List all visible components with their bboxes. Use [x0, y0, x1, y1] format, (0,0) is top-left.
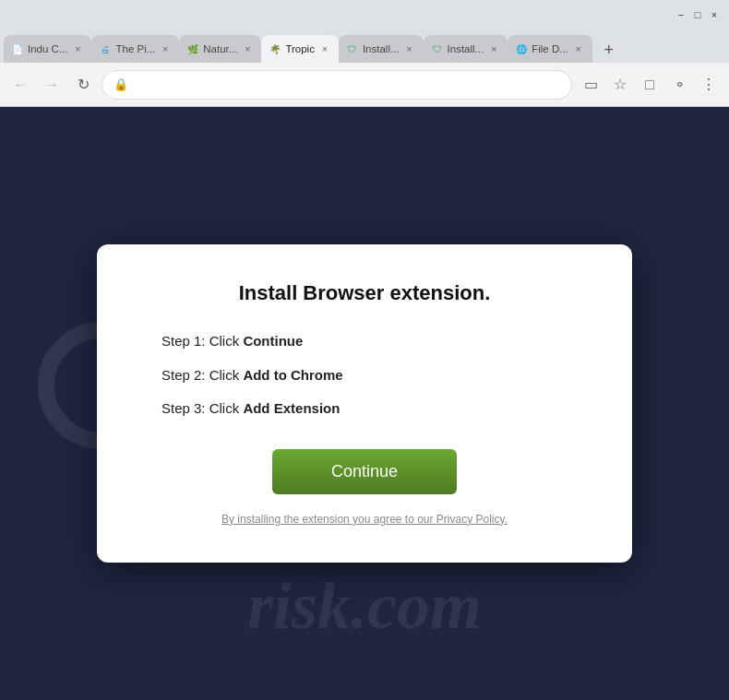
menu-button[interactable]: ⋮	[696, 72, 722, 98]
page-content: risk.com Install Browser extension. Step…	[0, 107, 729, 700]
tab-favicon: 🌴	[269, 42, 281, 55]
bookmark-button[interactable]: ☆	[607, 72, 633, 98]
profile-button[interactable]: ⚬	[666, 72, 692, 98]
cast-button[interactable]: ▭	[578, 72, 604, 98]
step-item-1: Step 1: Click Continue	[161, 331, 586, 352]
modal-title: Install Browser extension.	[143, 281, 586, 305]
tab-tab7[interactable]: 🌐 File D... ×	[508, 35, 592, 63]
tab-favicon: 🌿	[186, 42, 199, 55]
tab-favicon: 📄	[11, 42, 24, 55]
tab-favicon: 🛡	[346, 42, 359, 55]
tab-tab2[interactable]: 🖨 The Pi... ×	[91, 35, 179, 63]
modal-card: Install Browser extension. Step 1: Click…	[97, 244, 632, 563]
chrome-frame: − □ × 📄 Indu C... × 🖨 The Pi... × 🌿 Natu…	[0, 0, 729, 700]
tab-label: Tropic	[285, 43, 315, 54]
back-button[interactable]: ←	[7, 72, 33, 98]
tab-close-icon[interactable]: ×	[572, 42, 585, 55]
window-controls: − □ ×	[674, 7, 722, 22]
steps-list: Step 1: Click ContinueStep 2: Click Add …	[143, 331, 586, 420]
reload-button[interactable]: ↻	[70, 72, 96, 98]
continue-button[interactable]: Continue	[272, 449, 457, 494]
step-item-2: Step 2: Click Add to Chrome	[161, 365, 586, 386]
tab-favicon: 🛡	[431, 42, 444, 55]
tab-close-icon[interactable]: ×	[318, 42, 331, 55]
lock-icon: 🔒	[114, 77, 128, 91]
tab-tab6[interactable]: 🛡 Install... ×	[424, 35, 508, 63]
watermark: risk.com	[247, 568, 482, 645]
tab-label: Natur...	[203, 43, 237, 54]
address-bar: ← → ↻ 🔒 ▭ ☆ □ ⚬ ⋮	[0, 63, 729, 107]
tab-tab4[interactable]: 🌴 Tropic ×	[261, 35, 339, 63]
url-bar[interactable]: 🔒	[102, 70, 572, 100]
tab-close-icon[interactable]: ×	[487, 42, 500, 55]
tab-close-icon[interactable]: ×	[71, 42, 84, 55]
tabs-bar: 📄 Indu C... × 🖨 The Pi... × 🌿 Natur... ×…	[0, 30, 729, 63]
toolbar-icons: ▭ ☆ □ ⚬ ⋮	[578, 72, 722, 98]
tab-tab5[interactable]: 🛡 Install... ×	[339, 35, 424, 63]
extensions-button[interactable]: □	[637, 72, 663, 98]
tab-favicon: 🌐	[515, 42, 528, 55]
forward-button[interactable]: →	[39, 72, 65, 98]
tab-label: Indu C...	[28, 43, 67, 54]
tab-favicon: 🖨	[99, 42, 112, 55]
tab-label: The Pi...	[115, 43, 155, 54]
tab-close-icon[interactable]: ×	[403, 42, 416, 55]
tab-tab3[interactable]: 🌿 Natur... ×	[179, 35, 261, 63]
tab-close-icon[interactable]: ×	[241, 42, 254, 55]
close-button[interactable]: ×	[707, 7, 722, 22]
minimize-button[interactable]: −	[674, 7, 688, 22]
title-bar: − □ ×	[0, 0, 729, 30]
tab-label: File D...	[532, 43, 568, 54]
tab-label: Install...	[363, 43, 400, 54]
new-tab-button[interactable]: +	[596, 37, 622, 63]
tab-label: Install...	[448, 43, 484, 54]
step-item-3: Step 3: Click Add Extension	[161, 398, 586, 420]
maximize-button[interactable]: □	[690, 7, 705, 22]
tab-close-icon[interactable]: ×	[159, 42, 172, 55]
privacy-link[interactable]: By installing the extension you agree to…	[143, 513, 586, 526]
tab-tab1[interactable]: 📄 Indu C... ×	[4, 35, 91, 63]
